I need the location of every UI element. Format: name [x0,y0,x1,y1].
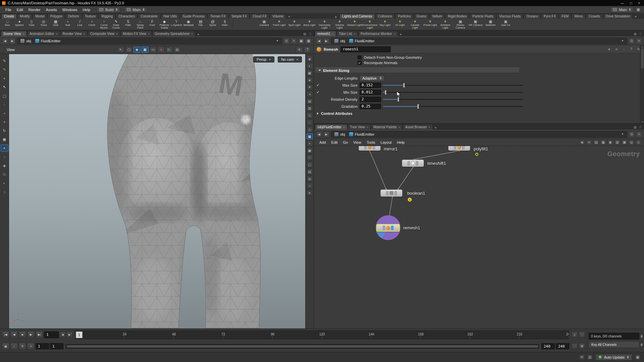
pane-tab[interactable]: Take List× [336,31,358,36]
normals-display-icon[interactable]: △ [307,126,313,132]
handles-tool-icon[interactable]: + [1,145,8,151]
add-pane-tab-button[interactable]: + [196,32,201,36]
add-pane-tab-button[interactable]: + [398,32,404,36]
shelf-tool[interactable]: ☀ Portal Light [423,19,438,30]
pane-tab[interactable]: Composite View× [88,31,120,36]
pane-split-icon[interactable]: □ [638,32,643,36]
add-shelf-tab-button[interactable]: + [633,14,638,19]
view-tool-icon[interactable]: ⌂ [1,188,8,195]
edge-lengths-dropdown[interactable]: Adaptive [360,75,384,81]
shelf-tool[interactable]: ☀ Caustic Light [408,19,423,30]
pane-tab[interactable]: Animation Editor× [27,31,60,36]
pane-tab[interactable]: Tree View× [348,124,371,130]
rotate-tool-icon[interactable]: ↻ [1,127,8,134]
pane-tab[interactable]: Geometry Spreadsheet× [152,31,195,36]
pose-tool-icon[interactable]: ○ [1,153,8,160]
shelf-tab[interactable]: Guide Process [180,14,207,19]
shelf-tab[interactable]: Constraints [138,14,160,19]
shelf-tab[interactable]: Cloud FX [250,14,269,19]
parameter-slider[interactable] [383,90,523,95]
parameter-enable-checkbox[interactable] [315,90,321,94]
onion-skin-icon[interactable]: ◎ [307,176,313,182]
shelf-tab[interactable]: Create [1,14,17,19]
badges-icon[interactable]: ◉ [607,140,613,145]
display-options-icon[interactable]: ≡ [307,190,313,196]
viewport-3d[interactable]: M Persp▼ No cam▼ [9,54,305,328]
menu-item[interactable]: Windows [60,7,80,13]
background-image-icon[interactable]: ▤ [307,169,313,175]
pin-icon[interactable]: + [291,38,297,44]
secure-selection-icon[interactable]: ▢ [125,47,132,53]
shelf-tool[interactable]: ☀ Environment Light [362,19,377,30]
key-grid-icon[interactable]: ▦ [579,343,585,349]
notes-tool-icon[interactable]: ✎ [1,57,8,64]
node-flag[interactable] [386,191,388,195]
shelf-tool[interactable]: ∴ Spray Paint [134,19,146,30]
close-tab-icon[interactable]: × [343,125,345,129]
node-flag[interactable] [454,146,456,149]
close-button[interactable]: × [638,1,640,5]
slider-handle[interactable] [417,104,419,109]
points-display-icon[interactable]: ∴ [307,119,313,125]
help-icon[interactable]: ? [629,47,634,52]
materials-toggle-icon[interactable]: ▤ [307,98,313,104]
node-flag[interactable] [383,226,385,230]
playback-start-field[interactable]: 1 [50,343,63,349]
path-dropdown-icon[interactable]: ▼ [620,133,625,136]
shelf-tab[interactable]: Drive Simulation [603,14,633,19]
network-menu-item[interactable]: Help [394,140,408,145]
path-breadcrumb[interactable]: obj FluidEmitter ▼ [331,131,627,138]
close-tab-icon[interactable]: × [367,125,368,129]
playback-gauge-icon[interactable]: ◎ [572,332,578,338]
camera-menu-button[interactable]: No cam▼ [278,56,302,62]
smooth-shade-icon[interactable]: ● [307,77,313,83]
shelf-tab[interactable]: Lights and Cameras [339,14,375,19]
network-editor-canvas[interactable]: Geometry mirror1 [314,146,644,328]
shelf-tool[interactable]: ☀ Area Light [302,19,317,30]
shelf-tool[interactable]: F Font [146,19,158,30]
textures-toggle-icon[interactable]: ▥ [307,105,313,111]
shelf-tab[interactable]: Pyro FX [541,14,558,19]
jump-to-end-button[interactable]: ▶| [36,331,43,338]
color-palette-icon[interactable]: ▣ [622,140,627,145]
warning-badge-icon[interactable] [408,197,412,202]
key-record-icon[interactable]: ● [579,332,585,338]
sculpt-tool-icon[interactable]: ◐ [1,180,8,186]
forward-arrow-icon[interactable]: ▶ [323,131,329,137]
wireframe-toggle-icon[interactable]: ▦ [307,70,313,76]
shelf-tab[interactable]: Modify [17,14,32,19]
shelf-tool[interactable]: @ Spiral [207,19,219,30]
desktop-selector[interactable]: Build [97,7,120,13]
maximize-button[interactable]: □ [630,1,632,5]
shelf-tool[interactable]: / Line [74,19,86,30]
shelf-tool[interactable]: □ Box [1,19,13,30]
shelf-tab[interactable]: Particles [395,14,413,19]
desktop-grid-icon[interactable]: ▦ [635,7,641,12]
current-frame-field[interactable]: 1 [44,331,59,338]
pane-tab[interactable]: remesh1× [315,31,336,36]
jump-to-start-button[interactable]: |◀ [2,331,9,338]
flipbook-icon[interactable]: ▷ [166,47,173,53]
view-camera-icon[interactable]: ◎ [174,47,181,53]
node-flag[interactable] [364,146,367,149]
slider-handle[interactable] [397,97,399,102]
geometry-display-icon[interactable]: ◇ [307,112,313,118]
shelf-tool[interactable]: ▣ Stereo Camera [453,19,468,30]
parameter-enable-checkbox[interactable] [315,104,321,108]
overview-icon[interactable]: ◇ [636,140,641,145]
parameter-enable-checkbox[interactable] [315,83,321,87]
sync-selection-icon[interactable]: ⊙ [283,38,289,44]
shelf-tool[interactable]: ◎ Torus [38,19,50,30]
shelf-tool[interactable]: ▯ Tube [25,19,38,30]
snap-tool-icon[interactable]: ◆ [1,162,8,169]
shelf-tab[interactable]: Crowds [586,14,603,19]
lighting-toggle-icon[interactable]: ☀ [307,84,313,90]
gizmos-toggle-icon[interactable]: + [307,140,313,146]
shelf-tool[interactable]: ☀ Point Light [272,19,287,30]
shelf-tool[interactable]: + Null [62,19,74,30]
camera-mask-icon[interactable]: ▣ [307,147,313,153]
node-flag[interactable] [394,191,397,195]
shelf-tab[interactable]: Deform [65,14,82,19]
breadcrumb-node[interactable]: FluidEmitter [34,39,62,43]
construction-plane-icon[interactable]: ▭ [150,47,157,53]
